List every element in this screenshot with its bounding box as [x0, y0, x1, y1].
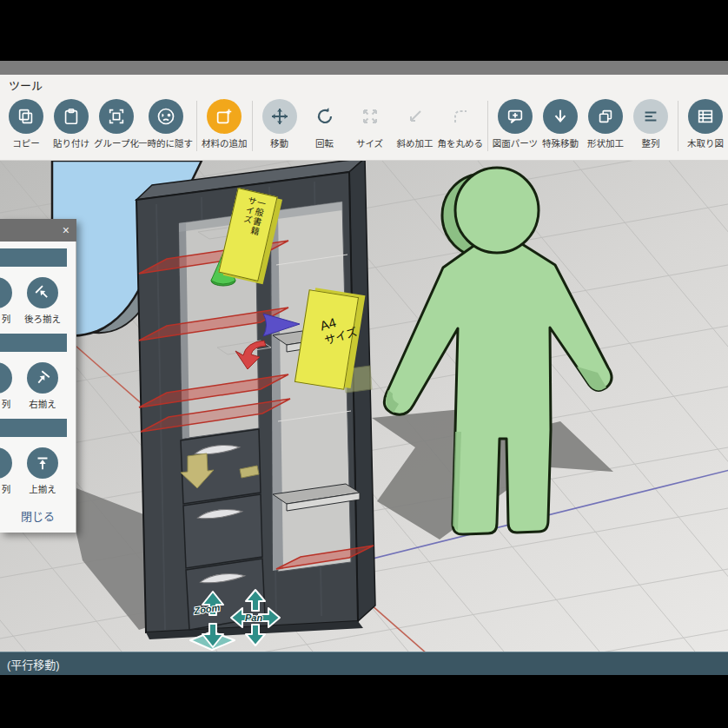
drawing-parts-icon	[498, 99, 533, 134]
group-button[interactable]: グループ化	[94, 99, 139, 149]
align-top-button[interactable]: 上揃え	[17, 447, 68, 495]
round-corner-icon	[443, 99, 478, 134]
special-move-label: 特殊移動	[542, 136, 579, 149]
align-top-icon	[27, 447, 58, 479]
round-corner-label: 角を丸める	[437, 136, 483, 149]
align-partial-icon	[0, 447, 12, 479]
size-icon	[353, 99, 387, 134]
hide-temporarily-label: 一時的に隠す	[138, 136, 193, 149]
panel-section-header	[0, 334, 67, 352]
shape-process-button[interactable]: 形状加工	[583, 99, 628, 149]
special-move-button[interactable]: 特殊移動	[538, 99, 583, 149]
bevel-button: 斜め加工	[393, 99, 438, 149]
hide-temporarily-button[interactable]: 一時的に隠す	[139, 99, 192, 149]
round-corner-button: 角を丸める	[438, 99, 483, 149]
menu-tools[interactable]: ツール	[9, 76, 43, 93]
move-label: 移動	[270, 136, 288, 149]
align-button-partial[interactable]: 列	[0, 277, 17, 325]
group-label: グループ化	[94, 136, 139, 149]
pan-widget-label: Pan	[245, 612, 262, 623]
top-letterbox	[0, 0, 728, 61]
status-text: (平行移動)	[7, 656, 60, 672]
copy-label: コピー	[12, 136, 40, 149]
align-panel-body: 列 後ろ揃え 列 右揃え	[0, 242, 76, 533]
bottom-letterbox	[0, 675, 728, 728]
align-lines-icon	[633, 99, 668, 134]
align-label: 整列	[642, 136, 660, 149]
khaki-plane	[344, 366, 372, 393]
align-partial-icon	[0, 277, 12, 308]
paste-label: 貼り付け	[53, 136, 89, 149]
cutting-diagram-button[interactable]: 木取り図	[683, 99, 728, 149]
align-partial-icon	[0, 362, 12, 394]
align-button-partial[interactable]: 列	[0, 447, 17, 495]
toolbar-separator	[196, 101, 197, 151]
shape-process-label: 形状加工	[587, 136, 624, 149]
main-toolbar: コピー 貼り付け グループ化 一時的に隠す 材料の追加 移動	[0, 94, 728, 161]
cutting-diagram-label: 木取り図	[687, 136, 724, 149]
align-button[interactable]: 整列	[628, 99, 673, 149]
down-arrow-icon	[543, 99, 578, 134]
paste-icon	[54, 99, 89, 134]
toolbar-separator	[252, 101, 253, 151]
add-material-label: 材料の追加	[202, 136, 248, 149]
shape-process-icon	[588, 99, 623, 134]
align-right-icon	[27, 362, 58, 394]
group-icon	[99, 99, 134, 134]
close-icon[interactable]: ×	[63, 224, 69, 236]
align-panel-titlebar[interactable]: ×	[0, 219, 76, 242]
bevel-arrow-icon	[398, 99, 433, 134]
drawing-parts-label: 図面パーツ	[493, 136, 538, 149]
rotate-label: 回転	[315, 136, 334, 149]
status-bar: (平行移動)	[0, 652, 728, 675]
rotate-button[interactable]: 回転	[302, 99, 347, 149]
copy-button[interactable]: コピー	[3, 99, 49, 149]
add-material-button[interactable]: 材料の追加	[202, 99, 247, 149]
copy-icon	[9, 99, 43, 134]
panel-close-link[interactable]: 閉じる	[0, 507, 76, 524]
rotate-icon	[308, 99, 342, 134]
bevel-label: 斜め加工	[397, 136, 433, 149]
toolbar-separator	[487, 101, 488, 151]
align-back-button[interactable]: 後ろ揃え	[17, 277, 68, 325]
window-titlebar	[0, 61, 728, 75]
cutting-diagram-icon	[688, 99, 723, 134]
align-button-partial[interactable]: 列	[0, 362, 17, 410]
align-back-icon	[27, 277, 58, 308]
3d-viewport[interactable]: Zoom Pan 一般書籍 サイズ A4 サイズ	[0, 161, 728, 652]
move-button[interactable]: 移動	[257, 99, 302, 149]
wink-face-icon	[149, 99, 183, 134]
panel-section-header	[0, 248, 67, 267]
size-button: サイズ	[347, 99, 393, 149]
align-right-button[interactable]: 右揃え	[17, 362, 68, 410]
add-material-icon	[207, 99, 242, 134]
toolbar-separator	[678, 101, 678, 151]
paste-button[interactable]: 貼り付け	[49, 99, 94, 149]
scene-canvas: Zoom Pan	[0, 161, 728, 652]
panel-section-header	[0, 419, 67, 437]
align-panel: × 列 後ろ揃え 列	[0, 219, 76, 533]
menu-bar: ツール	[0, 75, 728, 94]
move-icon	[262, 99, 297, 134]
drawing-parts-button[interactable]: 図面パーツ	[493, 99, 538, 149]
size-label: サイズ	[356, 136, 383, 149]
